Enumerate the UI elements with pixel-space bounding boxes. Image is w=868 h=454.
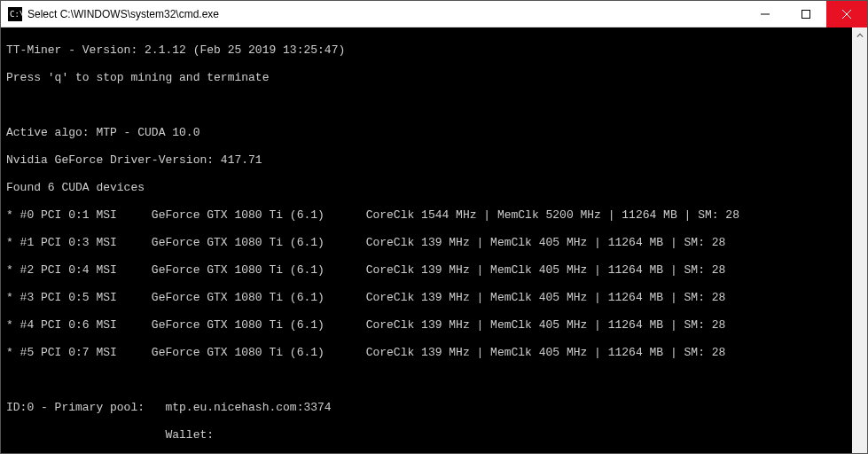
pool-wallet-line: Wallet:: [6, 428, 862, 442]
titlebar[interactable]: C:\ Select C:\WINDOWS\system32\cmd.exe: [1, 1, 867, 27]
minimize-button[interactable]: [745, 1, 786, 27]
scroll-up-button[interactable]: [852, 27, 867, 43]
window-controls: [745, 1, 867, 27]
blank-line: [6, 98, 862, 113]
found-line: Found 6 CUDA devices: [6, 181, 862, 195]
svg-rect-3: [802, 11, 810, 19]
svg-text:C:\: C:\: [10, 10, 22, 19]
device-line: * #5 PCI 0:7 MSI GeForce GTX 1080 Ti (6.…: [6, 346, 862, 360]
terminal-output[interactable]: TT-Miner - Version: 2.1.12 (Feb 25 2019 …: [1, 27, 867, 454]
device-line: * #3 PCI 0:5 MSI GeForce GTX 1080 Ti (6.…: [6, 291, 862, 305]
close-button[interactable]: [826, 1, 867, 27]
device-line: * #1 PCI 0:3 MSI GeForce GTX 1080 Ti (6.…: [6, 236, 862, 250]
algo-line: Active algo: MTP - CUDA 10.0: [6, 126, 862, 140]
header-line: TT-Miner - Version: 2.1.12 (Feb 25 2019 …: [6, 43, 862, 58]
terminal-area: TT-Miner - Version: 2.1.12 (Feb 25 2019 …: [1, 27, 867, 454]
maximize-button[interactable]: [786, 1, 826, 27]
pool-line: ID:0 - Primary pool: mtp.eu.nicehash.com…: [6, 401, 862, 415]
scrollbar[interactable]: [852, 27, 867, 454]
driver-line: Nvidia GeForce Driver-Version: 417.71: [6, 153, 862, 168]
device-line: * #0 PCI 0:1 MSI GeForce GTX 1080 Ti (6.…: [6, 208, 862, 223]
device-line: * #4 PCI 0:6 MSI GeForce GTX 1080 Ti (6.…: [6, 318, 862, 333]
device-line: * #2 PCI 0:4 MSI GeForce GTX 1080 Ti (6.…: [6, 263, 862, 278]
header-line: Press 'q' to stop mining and terminate: [6, 71, 862, 85]
cmd-icon: C:\: [8, 7, 22, 21]
window-title: Select C:\WINDOWS\system32\cmd.exe: [27, 8, 745, 20]
blank-line: [6, 373, 862, 387]
